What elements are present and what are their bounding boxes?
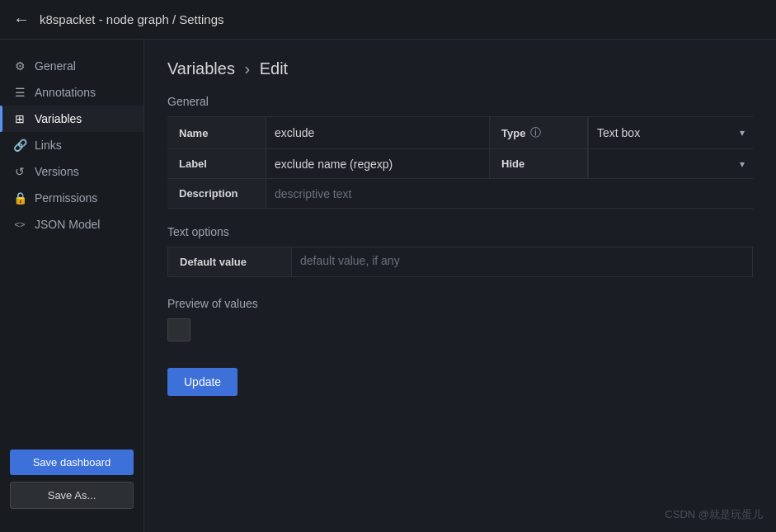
label-value-cell xyxy=(266,149,489,178)
name-row: Name Type ⓘ Text box Query Custom Consta… xyxy=(167,116,753,149)
hide-dropdown-cell: Label Variable ▾ xyxy=(588,149,753,178)
sidebar-item-label: General xyxy=(35,59,76,73)
text-options-section: Text options Default value xyxy=(167,225,753,277)
description-row: Description xyxy=(167,179,753,209)
type-label-cell: Type ⓘ xyxy=(489,117,588,148)
json-model-icon: <> xyxy=(13,219,26,229)
default-value-input-cell xyxy=(292,247,752,276)
name-label: Name xyxy=(167,117,266,148)
default-value-row: Default value xyxy=(167,247,753,277)
label-label: Label xyxy=(167,149,266,178)
general-icon: ⚙ xyxy=(13,59,26,73)
sidebar-item-permissions[interactable]: 🔒 Permissions xyxy=(0,185,143,211)
name-value-cell xyxy=(266,117,489,148)
layout: ⚙ General ☰ Annotations ⊞ Variables 🔗 Li… xyxy=(0,40,776,532)
main-content: Variables › Edit General Name Type ⓘ Tex… xyxy=(144,40,776,532)
type-info-icon[interactable]: ⓘ xyxy=(530,125,541,140)
preview-section: Preview of values xyxy=(167,297,753,341)
sidebar-item-json-model[interactable]: <> JSON Model xyxy=(0,211,143,238)
hide-label-cell: Hide xyxy=(489,149,588,178)
sidebar-item-versions[interactable]: ↺ Versions xyxy=(0,158,143,185)
sidebar-item-label: Versions xyxy=(35,165,79,178)
variables-icon: ⊞ xyxy=(13,112,26,125)
hide-select[interactable]: Label Variable xyxy=(597,158,745,171)
type-select[interactable]: Text box Query Custom Constant xyxy=(597,126,745,139)
preview-box xyxy=(167,318,190,341)
name-input[interactable] xyxy=(275,126,481,139)
type-dropdown-cell: Text box Query Custom Constant ▾ xyxy=(588,117,753,148)
text-options-heading: Text options xyxy=(167,225,753,238)
type-dropdown-wrapper: Text box Query Custom Constant ▾ xyxy=(597,126,745,139)
topbar-title: k8spacket - node graph / Settings xyxy=(40,12,223,26)
sidebar: ⚙ General ☰ Annotations ⊞ Variables 🔗 Li… xyxy=(0,40,144,532)
sidebar-item-label: Permissions xyxy=(35,191,97,205)
annotations-icon: ☰ xyxy=(13,86,26,99)
breadcrumb-separator: › xyxy=(244,59,250,78)
page-title: Variables › Edit xyxy=(167,59,753,78)
links-icon: 🔗 xyxy=(13,139,26,152)
topbar: ← k8spacket - node graph / Settings xyxy=(0,0,776,40)
watermark: CSDN @就是玩蛋儿 xyxy=(665,507,763,522)
save-as-button[interactable]: Save As... xyxy=(10,482,134,509)
update-button[interactable]: Update xyxy=(167,368,238,396)
sidebar-item-label: JSON Model xyxy=(35,218,100,231)
description-label: Description xyxy=(167,179,266,208)
default-value-input[interactable] xyxy=(300,254,744,267)
permissions-icon: 🔒 xyxy=(13,191,26,205)
label-row: Label Hide Label Variable ▾ xyxy=(167,149,753,179)
sidebar-item-general[interactable]: ⚙ General xyxy=(0,53,143,79)
sidebar-item-label: Variables xyxy=(35,112,82,125)
description-input[interactable] xyxy=(275,187,745,200)
default-value-label: Default value xyxy=(168,247,292,276)
versions-icon: ↺ xyxy=(13,165,26,178)
sidebar-item-annotations[interactable]: ☰ Annotations xyxy=(0,79,143,106)
sidebar-item-label: Links xyxy=(35,139,62,152)
label-input[interactable] xyxy=(275,158,481,171)
back-button[interactable]: ← xyxy=(13,10,30,29)
description-value-cell xyxy=(266,179,753,208)
sidebar-item-links[interactable]: 🔗 Links xyxy=(0,132,143,158)
sidebar-buttons: Save dashboard Save As... xyxy=(0,440,143,519)
preview-heading: Preview of values xyxy=(167,297,753,310)
general-section-heading: General xyxy=(167,95,753,108)
sidebar-item-label: Annotations xyxy=(35,86,96,99)
sidebar-item-variables[interactable]: ⊞ Variables xyxy=(0,106,143,132)
hide-dropdown-wrapper: Label Variable ▾ xyxy=(597,158,745,171)
save-dashboard-button[interactable]: Save dashboard xyxy=(10,450,134,475)
